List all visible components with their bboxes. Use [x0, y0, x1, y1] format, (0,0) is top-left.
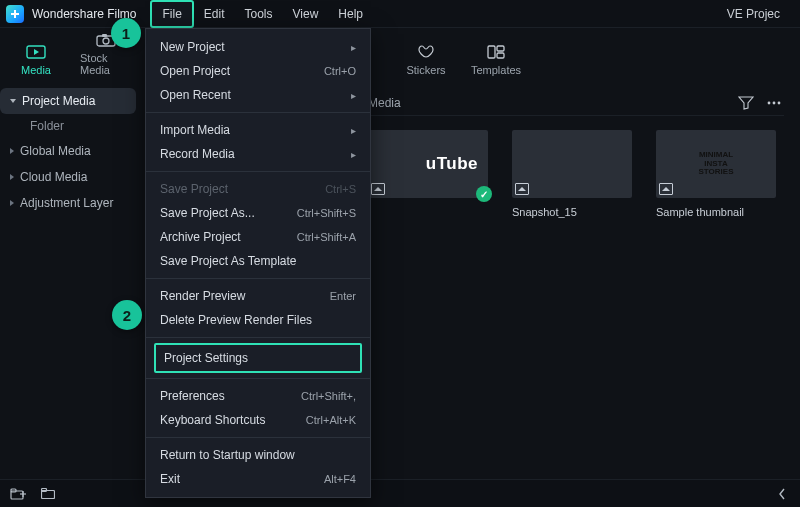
submenu-arrow-icon: ▸	[351, 149, 356, 160]
menu-item-label: New Project	[160, 40, 225, 54]
menu-view[interactable]: View	[283, 0, 329, 28]
sidebar-item-global-media[interactable]: Global Media	[0, 138, 136, 164]
thumbnail-label: Sample thumbnail	[656, 198, 776, 218]
app-logo-icon	[6, 5, 24, 23]
image-type-icon	[659, 183, 673, 195]
menu-save-project: Save Project Ctrl+S	[146, 177, 370, 201]
sidebar-item-project-media[interactable]: Project Media	[0, 88, 136, 114]
thumbnail-item[interactable]: Snapshot_15	[512, 130, 632, 218]
filter-icon[interactable]	[736, 93, 756, 113]
tab-templates-label: Templates	[471, 64, 521, 76]
new-bin-icon[interactable]	[10, 487, 26, 501]
workspace: Project Media Folder Global Media Cloud …	[0, 80, 800, 479]
menu-item-label: Record Media	[160, 147, 235, 161]
menu-shortcut: Ctrl+O	[324, 65, 356, 77]
menu-item-label: Project Settings	[164, 351, 248, 365]
tab-templates[interactable]: Templates	[470, 44, 522, 80]
menu-item-label: Archive Project	[160, 230, 241, 244]
menu-delete-render[interactable]: Delete Preview Render Files	[146, 308, 370, 332]
thumbnail-image: uTube	[368, 130, 488, 198]
menu-edit[interactable]: Edit	[194, 0, 235, 28]
tab-media[interactable]: Media	[10, 44, 62, 80]
sidebar-item-adjustment-layer[interactable]: Adjustment Layer	[0, 190, 136, 216]
menu-separator	[146, 378, 370, 379]
sidebar-item-label: Adjustment Layer	[20, 196, 113, 210]
menu-item-label: Import Media	[160, 123, 230, 137]
svg-point-8	[768, 101, 771, 104]
tab-media-label: Media	[21, 64, 51, 76]
menu-item-label: Open Project	[160, 64, 230, 78]
sidebar-item-label: Cloud Media	[20, 170, 87, 184]
menu-separator	[146, 278, 370, 279]
menu-shortcut: Ctrl+Shift+,	[301, 390, 356, 402]
sidebar-item-cloud-media[interactable]: Cloud Media	[0, 164, 136, 190]
menu-item-label: Keyboard Shortcuts	[160, 413, 265, 427]
tab-stickers[interactable]: Stickers	[400, 44, 452, 80]
sidebar-item-folder[interactable]: Folder	[0, 114, 136, 138]
menu-item-label: Return to Startup window	[160, 448, 295, 462]
menu-separator	[146, 171, 370, 172]
thumbnail-item[interactable]: MINIMAL INSTA STORIES Sample thumbnail	[656, 130, 776, 218]
menu-open-project[interactable]: Open Project Ctrl+O	[146, 59, 370, 83]
thumbnail-label	[368, 198, 488, 206]
menu-shortcut: Enter	[330, 290, 356, 302]
menu-tools[interactable]: Tools	[235, 0, 283, 28]
check-badge-icon	[476, 186, 492, 202]
thumbnail-image: MINIMAL INSTA STORIES	[656, 130, 776, 198]
menu-shortcut: Ctrl+S	[325, 183, 356, 195]
menu-project-settings[interactable]: Project Settings	[154, 343, 362, 373]
tab-stock-media-label: Stock Media	[80, 52, 132, 76]
menu-item-label: Open Recent	[160, 88, 231, 102]
tab-stickers-label: Stickers	[406, 64, 445, 76]
annotation-callout-2: 2	[112, 300, 142, 330]
menu-new-project[interactable]: New Project ▸	[146, 35, 370, 59]
sidebar: Project Media Folder Global Media Cloud …	[0, 80, 140, 479]
menu-item-label: Save Project As Template	[160, 254, 297, 268]
menu-save-project-as[interactable]: Save Project As... Ctrl+Shift+S	[146, 201, 370, 225]
menu-exit[interactable]: Exit Alt+F4	[146, 467, 370, 491]
svg-point-3	[103, 38, 109, 44]
menu-archive-project[interactable]: Archive Project Ctrl+Shift+A	[146, 225, 370, 249]
callout-number: 1	[122, 25, 130, 42]
thumbnail-art-text: uTube	[426, 154, 478, 174]
templates-icon	[486, 44, 506, 60]
file-menu-dropdown: New Project ▸ Open Project Ctrl+O Open R…	[145, 28, 371, 498]
thumbnail-image	[512, 130, 632, 198]
thumbnail-label: Snapshot_15	[512, 198, 632, 218]
submenu-arrow-icon: ▸	[351, 90, 356, 101]
svg-rect-4	[102, 34, 107, 37]
svg-marker-1	[34, 49, 39, 55]
menu-import-media[interactable]: Import Media ▸	[146, 118, 370, 142]
menu-save-template[interactable]: Save Project As Template	[146, 249, 370, 273]
menu-record-media[interactable]: Record Media ▸	[146, 142, 370, 166]
menu-render-preview[interactable]: Render Preview Enter	[146, 284, 370, 308]
submenu-arrow-icon: ▸	[351, 125, 356, 136]
menu-item-label: Render Preview	[160, 289, 245, 303]
media-icon	[26, 44, 46, 60]
menu-open-recent[interactable]: Open Recent ▸	[146, 83, 370, 107]
more-icon[interactable]	[764, 93, 784, 113]
footer-bar	[0, 479, 800, 507]
annotation-callout-1: 1	[111, 18, 141, 48]
sidebar-item-label: Project Media	[22, 94, 95, 108]
menu-item-label: Save Project	[160, 182, 228, 196]
project-name-badge: VE Projec	[727, 7, 794, 21]
menu-keyboard-shortcuts[interactable]: Keyboard Shortcuts Ctrl+Alt+K	[146, 408, 370, 432]
svg-rect-6	[497, 46, 504, 51]
menu-separator	[146, 112, 370, 113]
image-type-icon	[371, 183, 385, 195]
menu-return-startup[interactable]: Return to Startup window	[146, 443, 370, 467]
sidebar-item-label: Folder	[30, 119, 64, 133]
menu-preferences[interactable]: Preferences Ctrl+Shift+,	[146, 384, 370, 408]
thumbnail-art-text: MINIMAL INSTA STORIES	[699, 151, 734, 177]
menu-item-label: Save Project As...	[160, 206, 255, 220]
menu-help[interactable]: Help	[328, 0, 373, 28]
chevron-left-icon[interactable]	[774, 487, 790, 501]
svg-point-9	[773, 101, 776, 104]
menu-file[interactable]: File	[150, 0, 193, 28]
thumbnail-item[interactable]: uTube	[368, 130, 488, 218]
folder-icon[interactable]	[40, 487, 56, 501]
image-type-icon	[515, 183, 529, 195]
sticker-icon	[416, 44, 436, 60]
svg-rect-5	[488, 46, 495, 58]
